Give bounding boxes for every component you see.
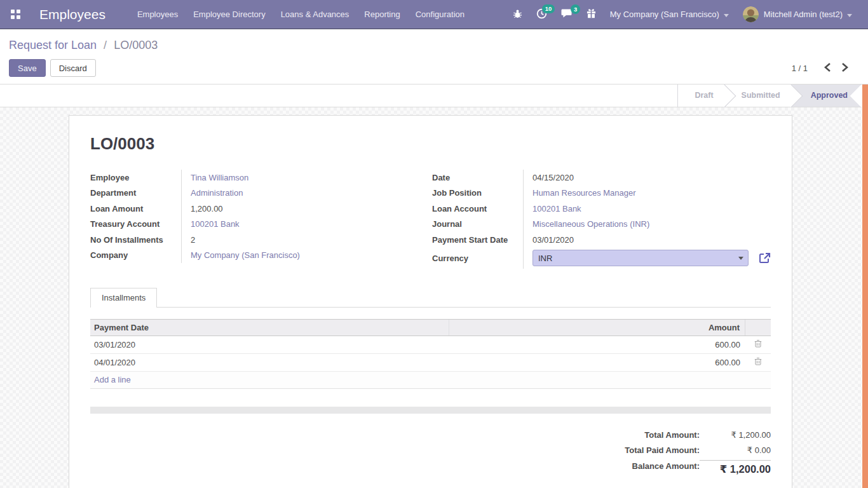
save-button[interactable]: Save [9,59,46,77]
main-menu: Employees Employee Directory Loans & Adv… [130,0,472,29]
breadcrumb-separator: / [104,39,107,51]
vertical-scrollbar-thumb[interactable] [862,85,868,488]
field-label: Company [90,248,181,264]
field-row: No Of Installments 2 [90,232,420,248]
field-row: Company My Company (San Francisco) [90,248,420,264]
total-row: Total Paid Amount: ₹ 0.00 [625,443,771,459]
menu-item[interactable]: Employees [130,0,186,29]
field-row-currency: Currency INR [432,248,771,269]
field-value-text[interactable]: Human Resources Manager [532,188,636,198]
field-column-left: Employee Tina Williamson Department Admi… [90,170,420,269]
notebook: Installments Payment Date Amount 03/01/2… [90,288,771,414]
field-label: Department [90,186,181,201]
chevron-right-icon [841,63,848,74]
field-label: Date [432,170,523,186]
statusbar-steps: Draft Submitted Approved [677,85,862,107]
form-statusbar-row: Draft Submitted Approved [0,85,868,107]
menu-item[interactable]: Reporting [356,0,407,29]
vertical-scrollbar-track [862,85,868,488]
menu-item[interactable]: Employee Directory [186,0,273,29]
cell-payment-date[interactable]: 04/01/2020 [90,358,449,367]
systray: 10 3 My Company (San Francisco) Mitchell… [506,3,859,26]
horizontal-scrollbar[interactable] [90,407,771,414]
field-row: Payment Start Date 03/01/2020 [432,232,771,248]
app-brand[interactable]: Employees [39,7,105,22]
field-value: 100201 Bank [181,217,420,233]
menu-item[interactable]: Configuration [408,0,472,29]
currency-select[interactable]: INR [532,250,749,266]
field-label: Treasury Account [90,217,181,233]
tab-installments[interactable]: Installments [90,288,157,308]
delete-row-button[interactable] [745,357,771,367]
control-panel: Request for Loan / LO/0003 Save Discard … [0,29,868,85]
total-value: ₹ 1,200.00 [700,460,771,475]
installments-table: Payment Date Amount 03/01/2020 600.00 [90,319,771,389]
gift-button[interactable] [580,4,603,24]
chevron-down-icon [724,10,729,19]
field-value-text[interactable]: 100201 Bank [532,204,581,214]
total-row: Balance Amount: ₹ 1,200.00 [632,459,771,475]
field-value-text[interactable]: Tina Williamson [191,173,248,182]
field-label: Currency [432,248,523,269]
company-switcher[interactable]: My Company (San Francisco) [603,6,736,23]
discard-button[interactable]: Discard [50,59,96,77]
column-header-amount[interactable]: Amount [449,320,745,336]
cell-payment-date[interactable]: 03/01/2020 [90,340,449,349]
field-value: Administration [181,186,420,201]
total-label: Total Amount: [644,428,700,444]
messages-button[interactable]: 3 [554,4,580,24]
field-value: 2 [181,232,420,248]
field-grid: Employee Tina Williamson Department Admi… [90,170,771,269]
field-label: No Of Installments [90,232,181,248]
statusbar-step[interactable]: Draft [677,85,724,107]
cell-amount[interactable]: 600.00 [449,340,745,349]
select-caret-icon [738,257,743,260]
trash-icon [754,339,762,349]
external-link-button[interactable] [759,252,771,264]
user-menu[interactable]: Mitchell Admin (test2) [736,3,859,26]
form-view-background: LO/0003 Employee Tina Williamson Departm… [0,107,868,488]
field-row: Loan Account 100201 Bank [432,201,771,217]
statusbar-step-label: Approved [811,91,848,100]
pager-previous-button[interactable] [819,62,836,75]
field-label: Journal [432,217,523,233]
company-name: My Company (San Francisco) [610,10,719,19]
add-a-line-link[interactable]: Add a line [94,375,131,384]
debug-menu-button[interactable] [506,5,529,24]
menu-item[interactable]: Loans & Advances [273,0,357,29]
total-label: Balance Amount: [632,459,700,475]
field-value-text[interactable]: Miscellaneous Operations (INR) [532,219,649,229]
pager: 1 / 1 [792,62,853,75]
total-value: ₹ 0.00 [700,443,771,459]
field-label: Payment Start Date [432,232,523,248]
add-a-line-row: Add a line [90,372,771,389]
field-value-text[interactable]: My Company (San Francisco) [191,250,300,260]
field-value-text: 03/01/2020 [532,235,574,245]
field-row: Department Administration [90,186,420,201]
field-value-text: 1,200.00 [191,204,223,214]
trash-icon [754,357,762,367]
breadcrumb-parent-link[interactable]: Request for Loan [9,39,97,51]
apps-menu-button[interactable] [5,4,25,25]
activities-button[interactable]: 10 [529,4,554,25]
user-name: Mitchell Admin (test2) [764,10,843,19]
column-header-payment-date[interactable]: Payment Date [90,320,449,336]
cell-amount[interactable]: 600.00 [449,358,745,367]
totals-section: Total Amount: ₹ 1,200.00 Total Paid Amou… [90,428,771,475]
statusbar-step-label: Draft [695,91,713,100]
field-value-text[interactable]: Administration [191,188,243,198]
field-label: Employee [90,170,181,186]
table-row: 03/01/2020 600.00 [90,336,771,354]
field-value: 03/01/2020 [523,232,771,248]
field-row: Treasury Account 100201 Bank [90,217,420,233]
field-label: Loan Account [432,201,523,217]
delete-row-button[interactable] [745,339,771,349]
table-row: 04/01/2020 600.00 [90,354,771,372]
record-title: LO/0003 [90,134,771,154]
field-value: Miscellaneous Operations (INR) [523,217,771,233]
chevron-left-icon [824,63,831,74]
field-value-text[interactable]: 100201 Bank [191,219,240,229]
total-row: Total Amount: ₹ 1,200.00 [644,428,771,444]
form-sheet: LO/0003 Employee Tina Williamson Departm… [69,115,792,488]
pager-next-button[interactable] [836,62,853,75]
